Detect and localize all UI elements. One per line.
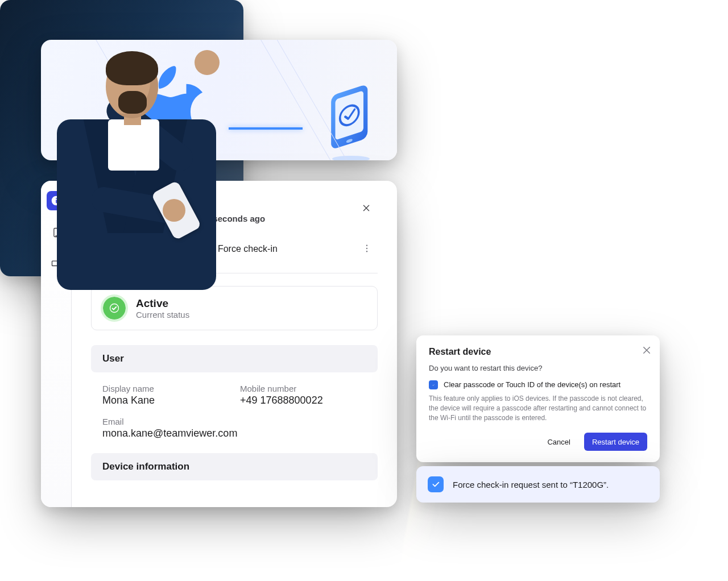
person-illustration [23,51,228,276]
toast-check-icon [428,476,444,492]
toast-message: Force check-in request sent to “T1200G”. [453,480,609,489]
restart-device-dialog: Restart device Do you want to restart th… [416,335,660,462]
lifestyle-photo [0,0,243,276]
force-checkin-toast: Force check-in request sent to “T1200G”. [416,466,660,503]
clear-passcode-checkbox[interactable] [429,380,438,389]
dialog-hint: This feature only applies to iOS devices… [429,394,647,422]
dialog-close-button[interactable] [638,345,651,357]
restart-device-button[interactable]: Restart device [584,433,647,451]
dialog-question: Do you want to restart this device? [429,364,647,372]
cancel-button[interactable]: Cancel [539,433,578,451]
dialog-title: Restart device [429,347,647,357]
clear-passcode-label: Clear passcode or Touch ID of the device… [444,380,621,389]
